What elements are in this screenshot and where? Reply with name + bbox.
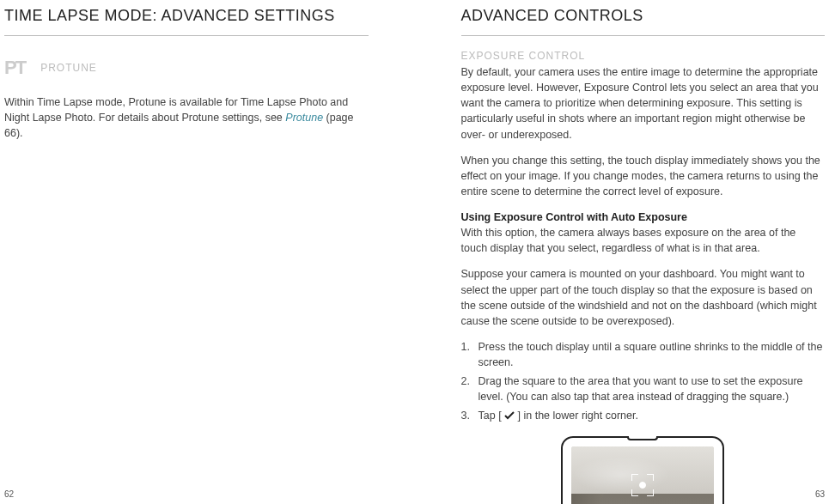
protune-body: Within Time Lapse mode, Protune is avail…: [4, 94, 369, 141]
protune-icon: PT: [4, 57, 25, 79]
device-figure: ✕ AUTO EXPOSURE 🔒 ✓: [461, 436, 826, 504]
page-number-left: 62: [4, 489, 14, 499]
page-right: ADVANCED CONTROLS EXPOSURE CONTROL By de…: [415, 0, 830, 504]
step-1: Press the touch display until a square o…: [473, 339, 826, 370]
page-title: TIME LAPSE MODE: ADVANCED SETTINGS: [4, 7, 369, 36]
step3-pre: Tap [: [479, 410, 505, 422]
step3-post: ] in the lower right corner.: [515, 410, 638, 422]
step-3: Tap [ ] in the lower right corner.: [473, 408, 826, 424]
protune-label: PROTUNE: [40, 62, 97, 74]
page-left: TIME LAPSE MODE: ADVANCED SETTINGS PT PR…: [0, 0, 415, 504]
protune-link: Protune: [285, 112, 323, 124]
ground-detail: [571, 494, 636, 504]
device-frame: ✕ AUTO EXPOSURE 🔒 ✓: [561, 436, 724, 504]
para-3: With this option, the camera always base…: [461, 227, 796, 254]
device-notch: [627, 436, 658, 440]
protune-heading-row: PT PROTUNE: [4, 57, 369, 79]
section-heading: EXPOSURE CONTROL: [461, 50, 826, 62]
steps-list: Press the touch display until a square o…: [473, 339, 826, 424]
para-1: By default, your camera uses the entire …: [461, 64, 826, 143]
para-3-block: Using Exposure Control with Auto Exposur…: [461, 209, 826, 256]
auto-exposure-heading: Using Exposure Control with Auto Exposur…: [461, 211, 687, 223]
checkmark-icon: [504, 409, 515, 424]
para-2: When you change this setting, the touch …: [461, 153, 826, 199]
page-number-right: 63: [815, 489, 825, 499]
para-4: Suppose your camera is mounted on your d…: [461, 266, 826, 329]
step-2: Drag the square to the area that you wan…: [473, 373, 826, 404]
device-screen: ✕ AUTO EXPOSURE 🔒 ✓: [571, 446, 714, 504]
exposure-bracket-icon: [631, 474, 654, 496]
page-title: ADVANCED CONTROLS: [461, 7, 826, 36]
